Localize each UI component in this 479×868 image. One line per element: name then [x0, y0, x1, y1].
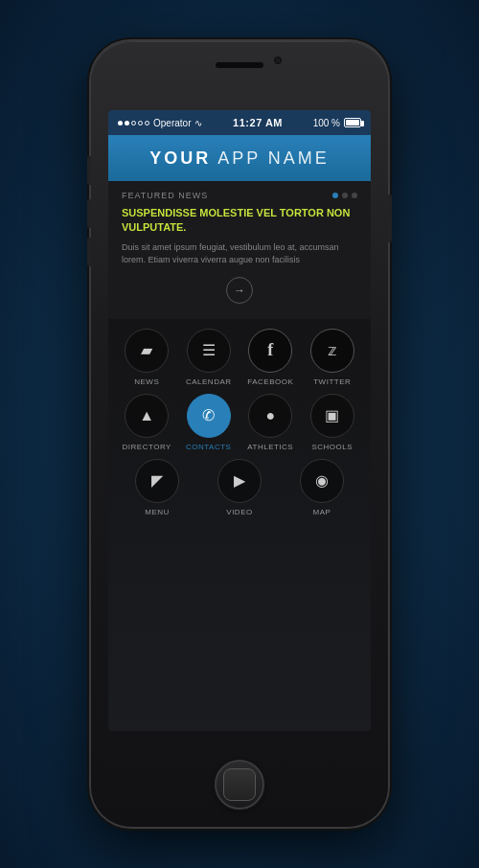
app-header: YOUR APP NAME — [108, 135, 371, 181]
featured-arrow-button[interactable]: → — [226, 277, 253, 304]
directory-label: DIRECTORY — [123, 443, 171, 451]
app-title: YOUR APP NAME — [149, 148, 330, 169]
signal-dot-5 — [145, 121, 149, 126]
news-circle: ▰ — [125, 329, 169, 373]
menu-icon: ◤ — [151, 471, 163, 490]
operator-label: Operator — [153, 118, 191, 128]
menu-item-directory[interactable]: ▲ DIRECTORY — [117, 394, 176, 451]
menu-circle-el: ◤ — [135, 459, 179, 503]
menu-item-athletics[interactable]: ● ATHLETICS — [240, 394, 300, 451]
facebook-icon: f — [267, 340, 273, 360]
video-label: VIDEO — [226, 508, 252, 516]
menu-item-video[interactable]: ▶ VIDEO — [210, 459, 269, 516]
menu-item-news[interactable]: ▰ NEWS — [117, 329, 176, 386]
directory-icon: ▲ — [139, 407, 154, 424]
battery-icon — [344, 118, 361, 127]
menu-item-facebook[interactable]: f FACEBOOK — [240, 329, 300, 386]
calendar-label: CALENDAR — [186, 377, 232, 386]
home-button[interactable] — [215, 760, 264, 810]
athletics-icon: ● — [265, 407, 275, 424]
news-label: NEWS — [134, 377, 159, 386]
athletics-circle: ● — [248, 394, 292, 438]
app-title-rest: APP NAME — [211, 148, 330, 168]
status-time: 11:27 AM — [233, 117, 283, 128]
signal-dot-3 — [131, 121, 136, 126]
menu-label-el: MENU — [145, 508, 170, 516]
twitter-label: TWITTER — [313, 377, 351, 386]
carousel-dot-1 — [332, 193, 338, 198]
contacts-label: CONTACTS — [186, 443, 231, 451]
signal-dot-1 — [118, 121, 123, 126]
twitter-icon: 𝕫 — [328, 341, 336, 359]
schools-label: SCHOOLS — [311, 443, 353, 451]
directory-circle: ▲ — [125, 394, 169, 438]
home-button-inner — [223, 768, 256, 801]
twitter-circle: 𝕫 — [310, 329, 354, 373]
wifi-icon: ∿ — [194, 118, 202, 128]
status-bar: Operator ∿ 11:27 AM 100 % — [108, 110, 371, 135]
menu-item-contacts[interactable]: ✆ CONTACTS — [179, 394, 239, 451]
status-right: 100 % — [313, 118, 361, 128]
featured-label: FEATURED NEWS — [122, 191, 357, 200]
menu-grid: ▰ NEWS ☰ CALENDAR f — [108, 319, 371, 731]
video-icon: ▶ — [234, 471, 245, 490]
news-icon: ▰ — [141, 341, 152, 359]
map-label: MAP — [313, 508, 331, 516]
phone-frame: Operator ∿ 11:27 AM 100 % YOUR APP NAME — [91, 41, 388, 827]
menu-row-2: ▲ DIRECTORY ✆ CONTACTS ● — [116, 394, 363, 451]
map-icon: ◉ — [315, 471, 329, 490]
featured-news-section: FEATURED NEWS SUSPENDISSE MOLESTIE VEL T… — [108, 181, 371, 319]
map-circle: ◉ — [300, 459, 344, 503]
screen: Operator ∿ 11:27 AM 100 % YOUR APP NAME — [108, 110, 371, 731]
menu-item-schools[interactable]: ▣ SCHOOLS — [303, 394, 362, 451]
video-circle: ▶ — [217, 459, 262, 503]
schools-circle: ▣ — [310, 394, 354, 438]
app-title-bold: YOUR — [149, 148, 211, 168]
camera — [274, 57, 282, 64]
earpiece — [216, 62, 263, 68]
menu-item-map[interactable]: ◉ MAP — [292, 459, 352, 516]
main-content: FEATURED NEWS SUSPENDISSE MOLESTIE VEL T… — [108, 181, 371, 731]
menu-row-1: ▰ NEWS ☰ CALENDAR f — [116, 329, 363, 386]
featured-body: Duis sit amet ipsum feugiat, vestibulum … — [122, 241, 357, 267]
schools-icon: ▣ — [325, 406, 339, 424]
facebook-label: FACEBOOK — [247, 377, 293, 386]
battery-fill — [346, 120, 359, 126]
facebook-circle: f — [248, 329, 292, 373]
athletics-label: ATHLETICS — [247, 443, 293, 451]
contacts-icon: ✆ — [202, 406, 215, 424]
menu-row-3: ◤ MENU ▶ VIDEO ◉ — [116, 459, 363, 516]
menu-item-menu[interactable]: ◤ MENU — [127, 459, 187, 516]
battery-label: 100 % — [313, 118, 340, 128]
menu-item-calendar[interactable]: ☰ CALENDAR — [179, 329, 239, 386]
menu-item-twitter[interactable]: 𝕫 TWITTER — [303, 329, 362, 386]
calendar-circle: ☰ — [187, 329, 231, 373]
featured-headline: SUSPENDISSE MOLESTIE VEL TORTOR NON VULP… — [122, 206, 357, 236]
signal-dots — [118, 121, 149, 126]
contacts-circle: ✆ — [187, 394, 231, 438]
status-left: Operator ∿ — [118, 118, 202, 128]
signal-dot-4 — [138, 121, 143, 126]
carousel-dot-3 — [352, 193, 357, 198]
carousel-dots — [332, 193, 357, 198]
carousel-dot-2 — [342, 193, 348, 198]
calendar-icon: ☰ — [202, 341, 216, 359]
signal-dot-2 — [125, 121, 129, 126]
